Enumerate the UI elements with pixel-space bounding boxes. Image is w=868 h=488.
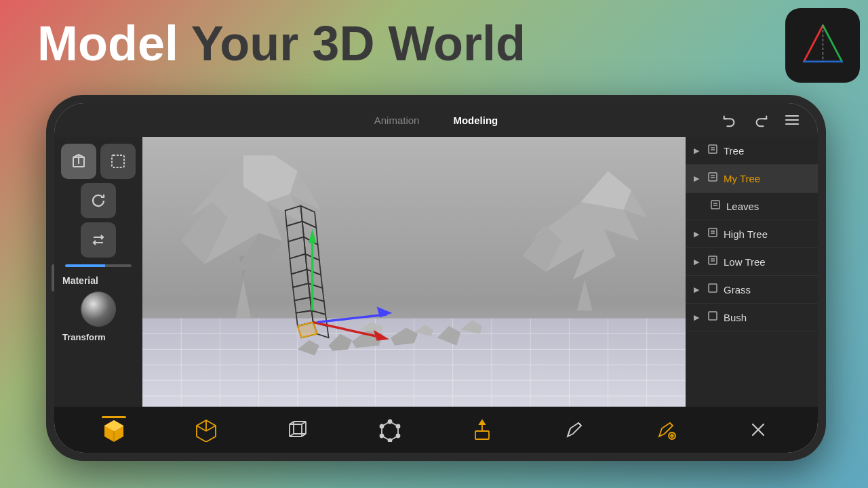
material-row [60,291,137,327]
svg-point-107 [397,425,400,428]
arrow-my-tree: ▶ [694,174,702,183]
select-button[interactable] [100,144,136,179]
undo-button[interactable] [717,108,742,132]
icon-high-tree [707,227,718,241]
panel-item-leaves[interactable]: Leaves [686,192,818,220]
label-leaves: Leaves [726,201,759,212]
arrow-low-tree: ▶ [694,258,702,266]
cube-outline-tool[interactable] [191,415,221,445]
svg-line-97 [197,426,206,431]
left-toolbar: Material Transform [54,137,142,407]
material-ball[interactable] [81,291,116,327]
icon-tree [707,144,718,157]
label-tree: Tree [724,145,744,157]
svg-marker-105 [382,422,398,441]
svg-rect-89 [709,284,717,292]
panel-item-grass[interactable]: ▶ Grass [686,276,818,304]
viewport[interactable] [142,137,686,407]
panel-item-tree[interactable]: ▶ Tree [686,137,818,165]
tab-modeling[interactable]: Modeling [453,115,498,126]
icon-grass [707,283,718,296]
right-panel: ▶ Tree ▶ My Tree Le [686,137,818,407]
swap-button[interactable] [81,222,116,258]
phone-mockup: Animation Modeling [46,95,826,461]
svg-line-1 [823,25,842,61]
icon-bush [707,310,718,324]
svg-line-116 [578,423,581,426]
slider-bar[interactable] [65,264,132,267]
arrow-tree: ▶ [694,146,702,155]
svg-rect-86 [709,256,717,264]
svg-line-0 [804,25,823,61]
svg-rect-77 [709,173,717,181]
icon-low-tree [707,255,718,268]
header-title: Model Your 3D World [37,19,526,68]
icon-leaves [710,199,721,213]
panel-item-my-tree[interactable]: ▶ My Tree [686,165,818,192]
tab-animation[interactable]: Animation [374,115,420,126]
label-low-tree: Low Tree [724,256,766,268]
redo-button[interactable] [749,108,773,132]
svg-point-108 [397,434,400,438]
phone-screen: Animation Modeling [54,103,818,453]
svg-rect-80 [711,201,719,209]
svg-line-98 [206,426,216,431]
panel-item-high-tree[interactable]: ▶ High Tree [686,220,818,248]
svg-rect-112 [475,431,489,439]
logo-icon [797,20,848,71]
header-bold: Model [37,16,178,70]
pencil-tool[interactable] [559,415,589,445]
material-label: Material [60,274,137,287]
toolbar-mid-row [60,183,137,218]
label-bush: Bush [724,312,747,323]
panel-item-bush[interactable]: ▶ Bush [686,304,818,331]
toolbar-swap-row [60,222,137,258]
cube-corner-tool[interactable] [375,415,405,445]
cube-wire-tool[interactable] [283,415,313,445]
slider-container [60,262,137,270]
arrow-high-tree: ▶ [694,230,702,239]
logo-container [785,8,860,83]
svg-rect-90 [709,312,717,320]
cube-solid-tool[interactable] [99,415,129,445]
scene-svg [142,137,686,407]
pencil-edit-tool[interactable] [651,415,681,445]
active-indicator [102,416,126,418]
extrude-tool[interactable] [467,415,497,445]
svg-point-110 [380,434,384,438]
svg-rect-8 [112,155,124,167]
svg-point-109 [389,439,392,443]
svg-point-111 [380,425,384,428]
arrow-bush: ▶ [694,313,702,322]
close-tool[interactable] [743,415,773,445]
icon-my-tree [707,171,718,185]
toolbar-top-row [60,144,137,179]
rotate-button[interactable] [81,183,116,218]
arrow-grass: ▶ [694,285,702,294]
panel-item-low-tree[interactable]: ▶ Low Tree [686,248,818,276]
svg-point-106 [389,420,392,424]
tab-bar: Animation Modeling [374,115,498,126]
svg-marker-114 [479,420,485,424]
label-high-tree: High Tree [724,228,768,240]
label-grass: Grass [724,284,751,296]
label-my-tree: My Tree [724,173,760,184]
header-thin: Your 3D World [178,16,526,70]
svg-rect-83 [709,228,717,237]
cube-view-button[interactable] [61,144,96,179]
transform-label: Transform [60,331,137,344]
main-content: Material Transform [54,137,818,407]
svg-rect-74 [709,145,717,153]
bottom-toolbar [54,407,818,453]
menu-button[interactable] [780,108,804,132]
top-bar-actions [717,108,804,132]
top-bar: Animation Modeling [54,103,818,137]
